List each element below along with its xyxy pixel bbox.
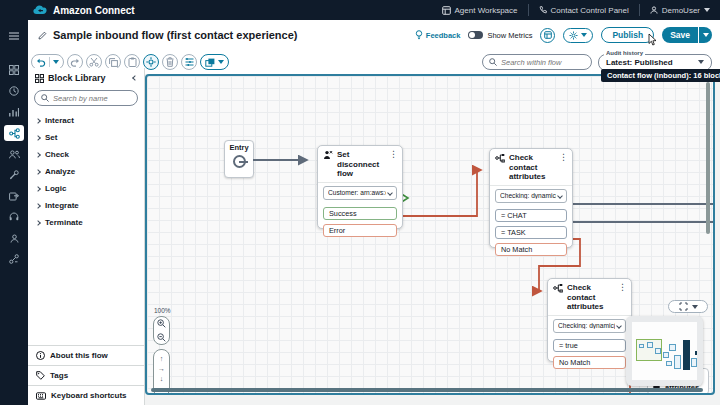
keyboard-shortcuts[interactable]: Keyboard shortcuts xyxy=(28,385,144,405)
channels-icon[interactable] xyxy=(4,188,24,204)
save-button[interactable]: Save xyxy=(662,27,698,43)
undo-icon[interactable] xyxy=(36,58,46,67)
layout-button[interactable] xyxy=(540,28,555,43)
group-button xyxy=(200,54,229,70)
menu-icon[interactable] xyxy=(4,28,24,44)
output-true[interactable]: = true xyxy=(553,339,626,352)
block-parameter[interactable]: Checking: dynamic(Syste... xyxy=(495,189,567,203)
flow-title-bar: Sample inbound flow (first contact exper… xyxy=(28,20,720,50)
edit-title-icon[interactable] xyxy=(38,31,47,40)
output-chat[interactable]: = CHAT xyxy=(495,209,567,222)
flow-search-input[interactable] xyxy=(501,58,585,67)
contact-control-panel-link[interactable]: Contact Control Panel xyxy=(529,0,639,20)
user-label: DemoUser xyxy=(662,6,700,15)
support-icon[interactable] xyxy=(4,209,24,225)
top-navigation: Amazon Connect Agent Workspace Contact C… xyxy=(0,0,720,20)
audit-history-select[interactable]: Audit history Latest: Published xyxy=(598,54,712,71)
block-check-contact-attributes-2[interactable]: Check contact attributes ⋮ Checking: dyn… xyxy=(547,278,632,362)
vertical-scrollbar[interactable] xyxy=(706,82,710,234)
category-integrate[interactable]: Integrate xyxy=(28,197,144,214)
output-no-match[interactable]: No Match xyxy=(495,243,567,256)
caret-down-icon xyxy=(581,33,587,37)
group-icon[interactable] xyxy=(205,58,215,67)
metrics-icon[interactable] xyxy=(4,104,24,120)
flows-icon[interactable] xyxy=(4,125,24,141)
titlebar-actions: Feedback Show Metrics Publish Save xyxy=(415,27,712,43)
dashboard-icon[interactable] xyxy=(4,62,24,78)
left-nav-strip xyxy=(0,20,28,405)
feedback-label: Feedback xyxy=(426,31,461,40)
audit-history-value: Latest: Published xyxy=(606,58,673,67)
chevron-right-icon xyxy=(35,203,41,209)
tags[interactable]: Tags xyxy=(28,365,144,385)
library-search-input[interactable] xyxy=(53,94,131,103)
users-icon[interactable] xyxy=(4,146,24,162)
category-analyze[interactable]: Analyze xyxy=(28,163,144,180)
routing-icon[interactable] xyxy=(4,167,24,183)
block-title: Check contact attributes xyxy=(567,283,614,312)
output-task[interactable]: = TASK xyxy=(495,226,567,239)
undo-caret-icon[interactable] xyxy=(53,60,59,64)
flow-canvas[interactable]: Entry Set disconnect flow ⋮ Customer: ar… xyxy=(145,74,715,395)
block-parameter[interactable]: Checking: dynamic(User d... xyxy=(553,319,626,333)
output-error[interactable]: Error xyxy=(323,224,397,237)
info-icon xyxy=(36,351,45,360)
brand-name: Amazon Connect xyxy=(53,5,135,16)
bulb-icon xyxy=(415,30,423,40)
group-caret-icon[interactable] xyxy=(218,60,224,64)
check-attributes-icon xyxy=(553,283,563,293)
search-icon xyxy=(489,58,497,66)
chevron-right-icon xyxy=(35,186,41,192)
show-metrics-toggle[interactable] xyxy=(468,31,483,39)
fit-view-icon[interactable] xyxy=(143,54,159,70)
minimap[interactable] xyxy=(626,316,703,386)
flow-canvas-area: Contact flow (inbound): 16 blocks used E… xyxy=(145,72,715,397)
caret-down-icon xyxy=(704,8,710,12)
about-this-flow[interactable]: About this flow xyxy=(28,345,144,365)
integrations-icon[interactable] xyxy=(4,251,24,267)
collapse-panel-icon[interactable] xyxy=(132,75,138,81)
block-set-disconnect-flow[interactable]: Set disconnect flow ⋮ Customer: arn:aws:… xyxy=(317,145,403,229)
settings-button[interactable] xyxy=(563,28,593,43)
chevron-right-icon xyxy=(35,220,41,226)
chevron-down-icon xyxy=(557,193,563,199)
user-menu[interactable]: DemoUser xyxy=(640,0,720,20)
profile-icon[interactable] xyxy=(4,230,24,246)
block-menu-icon[interactable]: ⋮ xyxy=(618,283,627,292)
flow-search[interactable] xyxy=(482,54,592,70)
expand-icon xyxy=(679,302,688,311)
flow-title-text: Sample inbound flow (first contact exper… xyxy=(53,29,297,41)
block-title: Set disconnect flow xyxy=(337,150,385,179)
align-icon[interactable] xyxy=(181,54,197,70)
category-terminate[interactable]: Terminate xyxy=(28,214,144,231)
amazon-connect-app: Amazon Connect Agent Workspace Contact C… xyxy=(0,0,720,405)
agent-workspace-label: Agent Workspace xyxy=(455,6,518,15)
blocks-used-badge: Contact flow (inbound): 16 blocks used xyxy=(601,69,720,82)
agent-workspace-link[interactable]: Agent Workspace xyxy=(432,0,528,20)
keyboard-icon xyxy=(36,392,46,400)
feedback-link[interactable]: Feedback xyxy=(415,30,461,40)
horizontal-scrollbar[interactable] xyxy=(151,388,703,392)
save-options-button[interactable] xyxy=(699,27,712,43)
output-success[interactable]: Success xyxy=(323,207,397,220)
history-icon[interactable] xyxy=(4,83,24,99)
block-menu-icon[interactable]: ⋮ xyxy=(389,150,398,159)
topnav-right: Agent Workspace Contact Control Panel De… xyxy=(432,0,720,20)
category-logic[interactable]: Logic xyxy=(28,180,144,197)
chevron-right-icon xyxy=(35,169,41,175)
category-set[interactable]: Set xyxy=(28,129,144,146)
caret-down-icon xyxy=(703,33,709,37)
set-disconnect-flow-icon xyxy=(323,150,333,160)
block-parameter[interactable]: Customer: arn:aws:connec... xyxy=(323,186,397,200)
category-interact[interactable]: Interact xyxy=(28,112,144,129)
publish-button[interactable]: Publish xyxy=(601,27,654,43)
page-title: Sample inbound flow (first contact exper… xyxy=(38,29,297,41)
delete-icon[interactable] xyxy=(162,54,178,70)
block-menu-icon[interactable]: ⋮ xyxy=(559,153,568,162)
output-no-match[interactable]: No Match xyxy=(553,356,626,369)
brand: Amazon Connect xyxy=(33,5,135,16)
category-check[interactable]: Check xyxy=(28,146,144,163)
minimap-toggle-button[interactable] xyxy=(668,300,708,313)
block-check-contact-attributes-1[interactable]: Check contact attributes ⋮ Checking: dyn… xyxy=(489,148,573,248)
library-search[interactable] xyxy=(34,90,138,106)
